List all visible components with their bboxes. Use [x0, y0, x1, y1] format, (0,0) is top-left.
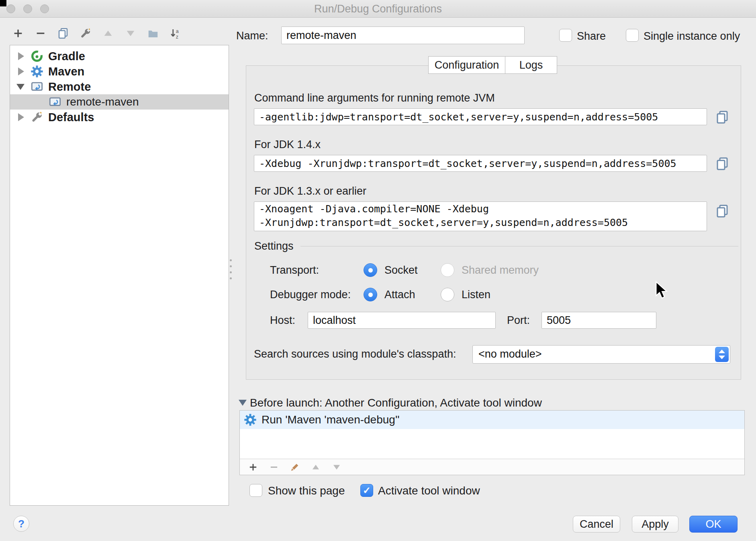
tree-toolbar: az — [10, 26, 183, 41]
show-this-page-checkbox[interactable] — [249, 484, 262, 497]
before-launch-collapse-icon[interactable] — [239, 400, 247, 406]
tree-item-defaults[interactable]: Defaults — [10, 110, 229, 125]
ok-button[interactable]: OK — [689, 516, 738, 533]
show-this-page-label[interactable]: Show this page — [268, 484, 345, 497]
cmdline-input[interactable] — [254, 108, 707, 125]
remove-configuration-button[interactable] — [33, 26, 48, 41]
move-task-up-button[interactable] — [310, 461, 322, 473]
sort-configurations-button[interactable]: az — [168, 26, 183, 41]
share-checkbox-label[interactable]: Share — [577, 30, 606, 43]
before-launch-item[interactable]: Run 'Maven 'maven-debug'' — [240, 411, 744, 429]
settings-section-label: Settings — [254, 240, 294, 252]
name-input[interactable] — [281, 26, 525, 44]
copy-configuration-icon[interactable] — [55, 26, 71, 41]
host-input[interactable] — [308, 312, 496, 329]
activate-tool-window-checkbox[interactable] — [360, 484, 373, 497]
window-zoom-button[interactable] — [40, 4, 49, 13]
tab-logs[interactable]: Logs — [505, 56, 557, 74]
configurations-tree: Gradle Maven Remote remote-maven — [10, 45, 229, 506]
tab-configuration[interactable]: Configuration — [428, 56, 505, 74]
before-launch-toolbar — [240, 459, 744, 475]
move-up-button[interactable] — [100, 26, 116, 41]
share-checkbox[interactable] — [559, 29, 572, 42]
module-classpath-value: <no module> — [478, 348, 542, 360]
tree-item-label: Gradle — [48, 50, 85, 63]
transport-shared-memory-label[interactable]: Shared memory — [462, 264, 539, 277]
new-folder-button[interactable] — [145, 26, 161, 41]
remote-debug-icon — [31, 80, 43, 93]
run-configuration-gear-icon — [244, 413, 257, 426]
cancel-button[interactable]: Cancel — [573, 516, 620, 533]
chevron-right-icon[interactable] — [18, 113, 24, 121]
port-label: Port: — [507, 314, 530, 327]
svg-text:a: a — [176, 28, 179, 34]
window-title: Run/Debug Configurations — [0, 0, 756, 18]
name-label: Name: — [236, 29, 268, 42]
tree-item-remote-maven[interactable]: remote-maven — [10, 94, 229, 110]
jdk13-label: For JDK 1.3.x or earlier — [254, 185, 366, 197]
debugger-mode-attach-radio[interactable] — [364, 288, 377, 301]
debugger-mode-label: Debugger mode: — [270, 288, 351, 301]
chevron-right-icon[interactable] — [18, 67, 24, 75]
edit-defaults-wrench-icon[interactable] — [78, 26, 93, 41]
before-launch-title[interactable]: Before launch: Another Configuration, Ac… — [250, 397, 542, 409]
tree-item-gradle[interactable]: Gradle — [10, 49, 229, 64]
maven-icon — [31, 65, 43, 78]
transport-socket-radio[interactable] — [364, 263, 377, 277]
copy-to-clipboard-icon[interactable] — [714, 108, 730, 126]
tree-item-label: Defaults — [48, 111, 94, 124]
tree-item-label: Maven — [48, 65, 84, 78]
port-input[interactable] — [541, 312, 656, 329]
screenshot-artifact — [0, 0, 6, 6]
help-button[interactable]: ? — [13, 516, 29, 532]
remove-task-button[interactable] — [268, 461, 280, 473]
classpath-label: Search sources using module's classpath: — [254, 348, 456, 360]
window-close-button[interactable] — [6, 4, 15, 13]
defaults-wrench-icon — [31, 111, 43, 124]
module-classpath-dropdown[interactable]: <no module> — [472, 345, 730, 364]
transport-label: Transport: — [270, 264, 319, 277]
single-instance-checkbox[interactable] — [626, 29, 639, 42]
add-task-button[interactable] — [247, 461, 259, 473]
jdk13-textarea[interactable]: -Xnoagent -Djava.compiler=NONE -Xdebug -… — [254, 201, 707, 231]
copy-to-clipboard-icon[interactable] — [714, 202, 730, 220]
single-instance-checkbox-label[interactable]: Single instance only — [644, 30, 740, 43]
debugger-mode-listen-label[interactable]: Listen — [462, 288, 490, 301]
copy-to-clipboard-icon[interactable] — [714, 155, 730, 173]
cmdline-label: Command line arguments for running remot… — [254, 92, 495, 104]
chevron-right-icon[interactable] — [18, 52, 24, 60]
mouse-cursor — [655, 281, 669, 301]
titlebar: Run/Debug Configurations — [0, 0, 756, 18]
tree-item-remote[interactable]: Remote — [10, 79, 229, 94]
tree-item-maven[interactable]: Maven — [10, 64, 229, 79]
tree-item-label: Remote — [48, 80, 91, 94]
settings-divider — [300, 246, 738, 246]
debugger-mode-attach-label[interactable]: Attach — [384, 288, 415, 301]
gradle-icon — [31, 50, 43, 63]
window-minimize-button[interactable] — [23, 4, 32, 13]
debugger-mode-listen-radio[interactable] — [441, 288, 454, 301]
edit-task-pencil-icon[interactable] — [289, 461, 301, 473]
tree-item-label: remote-maven — [66, 96, 139, 108]
move-task-down-button[interactable] — [331, 461, 343, 473]
panel-splitter-handle[interactable] — [230, 259, 232, 283]
jdk14-input[interactable] — [254, 155, 707, 172]
activate-tool-window-label[interactable]: Activate tool window — [378, 484, 480, 497]
move-down-button[interactable] — [123, 26, 138, 41]
remote-debug-icon — [49, 96, 61, 108]
apply-button[interactable]: Apply — [632, 516, 678, 533]
chevron-down-icon[interactable] — [16, 84, 25, 90]
jdk14-label: For JDK 1.4.x — [254, 138, 321, 151]
before-launch-item-label: Run 'Maven 'maven-debug'' — [262, 413, 400, 426]
before-launch-list: Run 'Maven 'maven-debug'' — [239, 410, 745, 475]
add-configuration-button[interactable] — [10, 26, 26, 41]
svg-text:z: z — [176, 34, 178, 40]
dropdown-stepper-icon[interactable] — [715, 347, 729, 362]
transport-shared-memory-radio[interactable] — [441, 263, 454, 277]
run-debug-configurations-dialog: Run/Debug Configurations az — [0, 0, 756, 541]
host-label: Host: — [270, 314, 295, 327]
transport-socket-label[interactable]: Socket — [384, 264, 418, 277]
